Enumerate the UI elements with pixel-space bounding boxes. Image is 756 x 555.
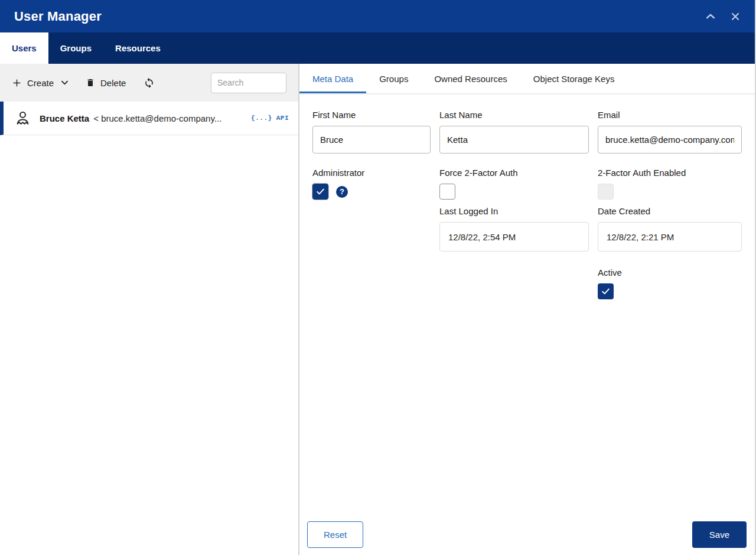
caret-down-icon[interactable]: [61, 80, 68, 85]
form-footer: Reset Save: [299, 521, 755, 555]
create-button-label: Create: [27, 78, 54, 88]
user-email-preview: < bruce.ketta@demo-company...: [93, 113, 221, 123]
2fa-enabled-checkbox: [598, 184, 614, 200]
main-nav-tabs: Users Groups Resources: [0, 32, 755, 64]
2fa-enabled-label: 2-Factor Auth Enabled: [598, 168, 742, 178]
detail-tabs: Meta Data Groups Owned Resources Object …: [299, 64, 755, 94]
force-2fa-label: Force 2-Factor Auth: [439, 168, 589, 178]
tab-users[interactable]: Users: [0, 32, 48, 64]
tab-owned-resources[interactable]: Owned Resources: [421, 64, 520, 93]
email-label: Email: [598, 110, 742, 120]
trash-icon: [86, 77, 95, 88]
active-checkbox[interactable]: [598, 283, 614, 299]
search-input[interactable]: [211, 73, 286, 93]
user-list-toolbar: Create Delete: [0, 64, 298, 102]
email-field-group: Email: [598, 110, 742, 154]
first-name-field-group: First Name: [312, 110, 431, 154]
last-logged-in-input: [439, 222, 589, 252]
meta-data-form: First Name Last Name Email Administrator: [299, 94, 755, 521]
window-controls: [704, 10, 742, 23]
force-2fa-field-group: Force 2-Factor Auth Last Logged In: [439, 168, 589, 252]
force-2fa-checkbox[interactable]: [439, 184, 455, 200]
plus-icon: [12, 78, 22, 88]
refresh-icon: [144, 77, 155, 89]
administrator-checkbox[interactable]: [312, 184, 328, 200]
user-list-panel: Create Delete: [0, 64, 299, 555]
check-icon: [601, 286, 611, 296]
delete-button[interactable]: Delete: [86, 77, 126, 88]
date-created-label: Date Created: [598, 206, 742, 216]
user-name: Bruce Ketta: [40, 113, 89, 123]
chevron-up-icon: [704, 10, 717, 23]
tab-object-storage-keys[interactable]: Object Storage Keys: [520, 64, 628, 93]
last-name-field-group: Last Name: [439, 110, 589, 154]
save-button[interactable]: Save: [692, 521, 747, 548]
first-name-input[interactable]: [312, 126, 431, 154]
user-icon: [14, 110, 31, 127]
reset-button[interactable]: Reset: [307, 521, 363, 548]
create-button[interactable]: Create: [12, 78, 68, 88]
user-list-item[interactable]: Bruce Ketta < bruce.ketta@demo-company..…: [0, 102, 298, 135]
window-title: User Manager: [14, 9, 102, 24]
email-input[interactable]: [598, 126, 742, 154]
close-button[interactable]: [729, 10, 742, 23]
active-field-group: Active: [598, 267, 742, 299]
check-icon: [315, 187, 325, 197]
close-icon: [729, 11, 741, 22]
2fa-enabled-field-group: 2-Factor Auth Enabled Date Created: [598, 168, 742, 252]
refresh-button[interactable]: [144, 77, 155, 89]
collapse-button[interactable]: [704, 10, 717, 23]
tab-resources[interactable]: Resources: [103, 32, 172, 64]
tab-groups[interactable]: Groups: [48, 32, 103, 64]
tab-meta-data[interactable]: Meta Data: [299, 64, 366, 93]
user-detail-panel: Meta Data Groups Owned Resources Object …: [299, 64, 755, 555]
first-name-label: First Name: [312, 110, 431, 120]
last-name-input[interactable]: [439, 126, 589, 154]
titlebar: User Manager: [0, 0, 755, 32]
api-badge[interactable]: {...} API: [245, 115, 289, 122]
administrator-field-group: Administrator ?: [312, 168, 431, 252]
active-label: Active: [598, 267, 742, 278]
last-logged-in-label: Last Logged In: [439, 206, 589, 216]
help-icon[interactable]: ?: [336, 186, 348, 198]
tab-detail-groups[interactable]: Groups: [366, 64, 421, 93]
last-name-label: Last Name: [439, 110, 589, 120]
delete-button-label: Delete: [100, 78, 126, 88]
date-created-input: [598, 222, 742, 252]
administrator-label: Administrator: [312, 168, 431, 178]
